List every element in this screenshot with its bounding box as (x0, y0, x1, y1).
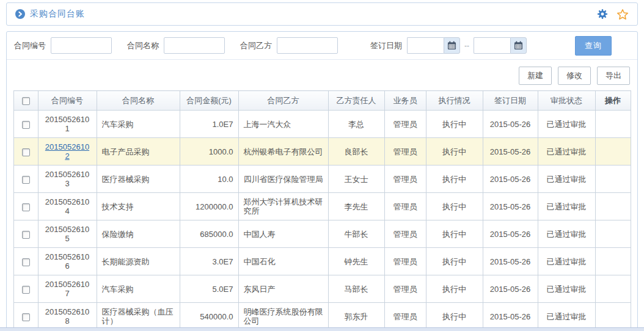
cell-amount: 540000.0 (180, 303, 238, 330)
cell-exec-status: 执行中 (426, 111, 483, 138)
calendar-icon[interactable] (510, 37, 527, 54)
gear-icon[interactable] (597, 9, 608, 20)
col-salesman: 业务员 (384, 91, 426, 111)
col-amount: 合同金额(元) (180, 91, 238, 111)
cell-contract-id: 20150526103 (38, 166, 97, 193)
query-button[interactable]: 查询 (575, 36, 612, 56)
party-b-input[interactable] (277, 37, 338, 54)
row-checkbox-cell (13, 220, 38, 248)
date-to-group (474, 37, 527, 54)
cell-contract-id: 20150526106 (38, 248, 97, 275)
cell-salesman: 管理员 (384, 138, 426, 166)
cell-party-b: 郑州大学计算机技术研究所 (238, 193, 328, 220)
cell-sign-date: 2015-05-26 (483, 220, 538, 248)
row-checkbox[interactable] (22, 286, 30, 294)
cell-salesman: 管理员 (384, 248, 426, 275)
cell-actions (595, 303, 631, 330)
table-row[interactable]: 20150526101 汽车采购 1.0E7 上海一汽大众 李总 管理员 执行中… (13, 111, 631, 138)
date-to-input[interactable] (474, 37, 510, 54)
cell-sign-date: 2015-05-26 (483, 248, 538, 275)
date-from-group (407, 37, 460, 54)
cell-actions (595, 248, 631, 275)
cell-amount: 5.0E7 (180, 275, 238, 303)
cell-party-b-owner: 李先生 (328, 193, 384, 220)
cell-exec-status: 执行中 (426, 166, 483, 193)
cell-exec-status: 执行中 (426, 138, 483, 166)
table-row[interactable]: 20150526104 技术支持 1200000.0 郑州大学计算机技术研究所 … (13, 193, 631, 220)
col-party-b: 合同乙方 (238, 91, 328, 111)
row-checkbox[interactable] (22, 231, 30, 239)
table-row[interactable]: 20150526107 汽车采购 5.0E7 东风日产 马部长 管理员 执行中 … (13, 275, 631, 303)
row-checkbox[interactable] (22, 258, 30, 266)
cell-party-b-owner: 马部长 (328, 275, 384, 303)
page-header: 采购合同台账 (6, 2, 638, 26)
main-panel: 合同编号 合同名称 合同乙方 签订日期 -- 查询 新建 修改 导出 (6, 31, 638, 331)
cell-party-b: 杭州银希电子有限公司 (238, 138, 328, 166)
col-approval-status: 审批状态 (538, 91, 595, 111)
cell-amount: 1200000.0 (180, 193, 238, 220)
cell-actions (595, 138, 631, 166)
cell-actions (595, 111, 631, 138)
edit-button[interactable]: 修改 (558, 67, 591, 85)
cell-exec-status: 执行中 (426, 275, 483, 303)
contract-name-label: 合同名称 (127, 40, 159, 51)
cell-contract-id: 20150526105 (38, 220, 97, 248)
page-title: 采购合同台账 (30, 9, 85, 20)
contract-id-link[interactable]: 20150526102 (45, 142, 89, 161)
date-from-input[interactable] (407, 37, 444, 54)
new-button[interactable]: 新建 (519, 67, 552, 85)
row-checkbox-cell (13, 303, 38, 330)
cell-salesman: 管理员 (384, 303, 426, 330)
table-row[interactable]: 20150526105 保险缴纳 685000.0 中国人寿 牛部长 管理员 执… (13, 220, 631, 248)
cell-party-b-owner: 李总 (328, 111, 384, 138)
row-checkbox[interactable] (22, 121, 30, 129)
row-checkbox-cell (13, 138, 38, 166)
cell-sign-date: 2015-05-26 (483, 193, 538, 220)
cell-amount: 685000.0 (180, 220, 238, 248)
cell-exec-status: 执行中 (426, 220, 483, 248)
calendar-icon[interactable] (444, 37, 460, 54)
table-row[interactable]: 20150526103 医疗器械采购 10.0 四川省医疗保险管理局 王女士 管… (13, 166, 631, 193)
table-row[interactable]: 20150526102 电子产品采购 1000.0 杭州银希电子有限公司 良部长… (13, 138, 631, 166)
contract-name-input[interactable] (164, 37, 225, 54)
cell-party-b-owner: 牛部长 (328, 220, 384, 248)
cell-party-b: 中国石化 (238, 248, 328, 275)
cell-contract-id: 20150526107 (38, 275, 97, 303)
export-button[interactable]: 导出 (597, 67, 630, 85)
table-row[interactable]: 20150526108 医疗器械采购（血压计） 540000.0 明峰医疗系统股… (13, 303, 631, 330)
cell-party-b: 东风日产 (238, 275, 328, 303)
cell-party-b-owner: 郭东升 (328, 303, 384, 330)
row-checkbox[interactable] (22, 148, 30, 156)
page-bottom-strip (0, 327, 644, 331)
toolbar: 新建 修改 导出 (14, 67, 630, 85)
row-checkbox[interactable] (22, 313, 30, 321)
table-row[interactable]: 20150526106 长期能源资助 3.0E7 中国石化 钟先生 管理员 执行… (13, 248, 631, 275)
col-actions: 操作 (595, 91, 631, 111)
cell-approval-status: 已通过审批 (538, 138, 595, 166)
cell-actions (595, 193, 631, 220)
party-b-label: 合同乙方 (240, 40, 272, 51)
row-checkbox[interactable] (22, 203, 30, 211)
row-checkbox-cell (13, 166, 38, 193)
cell-party-b-owner: 王女士 (328, 166, 384, 193)
row-checkbox-cell (13, 275, 38, 303)
contract-id-label: 合同编号 (14, 40, 46, 51)
cell-contract-name: 医疗器械采购（血压计） (97, 303, 180, 330)
star-icon[interactable] (617, 9, 629, 20)
cell-approval-status: 已通过审批 (538, 193, 595, 220)
cell-exec-status: 执行中 (426, 303, 483, 330)
cell-salesman: 管理员 (384, 220, 426, 248)
cell-amount: 1.0E7 (180, 111, 238, 138)
row-checkbox[interactable] (22, 176, 30, 184)
contract-id-input[interactable] (51, 37, 112, 54)
circle-arrow-right-icon (15, 9, 25, 19)
cell-contract-name: 电子产品采购 (97, 138, 180, 166)
cell-sign-date: 2015-05-26 (483, 166, 538, 193)
cell-party-b: 四川省医疗保险管理局 (238, 166, 328, 193)
select-all-checkbox[interactable] (22, 97, 30, 105)
col-contract-id: 合同编号 (38, 91, 97, 111)
cell-salesman: 管理员 (384, 166, 426, 193)
col-sign-date: 签订日期 (483, 91, 538, 111)
contracts-table: 合同编号 合同名称 合同金额(元) 合同乙方 乙方责任人 业务员 执行情况 签订… (13, 90, 631, 331)
cell-amount: 10.0 (180, 166, 238, 193)
